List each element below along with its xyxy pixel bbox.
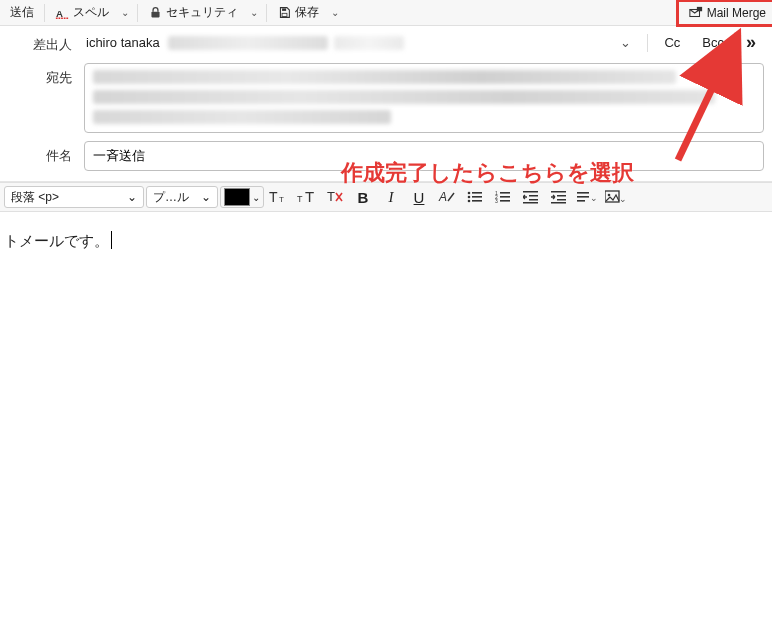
remove-format-button[interactable]: A [434, 186, 460, 208]
svg-rect-26 [500, 200, 510, 202]
svg-rect-37 [577, 200, 585, 202]
svg-rect-31 [551, 191, 566, 193]
svg-rect-16 [472, 192, 482, 194]
svg-point-40 [608, 194, 611, 197]
from-value[interactable]: ichiro tanaka [84, 31, 162, 54]
svg-rect-29 [529, 199, 538, 201]
security-button[interactable]: セキュリティ [142, 2, 244, 23]
svg-text:A: A [438, 190, 447, 204]
security-label: セキュリティ [166, 4, 238, 21]
mailmerge-label: Mail Merge [707, 6, 766, 20]
mail-body-editor[interactable]: トメールです。 [0, 212, 772, 614]
to-label: 宛先 [0, 63, 84, 87]
lock-icon [148, 6, 162, 20]
subject-row: 件名 [0, 137, 772, 175]
paragraph-style-value: 段落 <p> [11, 189, 59, 206]
from-email-redacted [168, 36, 328, 50]
font-family-dropdown[interactable]: プ…ル ⌄ [146, 186, 218, 208]
bcc-button[interactable]: Bcc [694, 33, 732, 52]
svg-text:T: T [327, 189, 335, 204]
svg-rect-24 [500, 196, 510, 198]
mailmerge-button[interactable]: Mail Merge [683, 4, 772, 22]
font-size-increase-button[interactable]: TT [294, 186, 320, 208]
send-label: 送信 [10, 4, 34, 21]
from-row: 差出人 ichiro tanaka ⌄ Cc Bcc » [0, 26, 772, 59]
save-icon [277, 6, 291, 20]
svg-rect-34 [551, 202, 566, 204]
from-dropdown[interactable]: ⌄ [612, 31, 639, 54]
chevron-down-icon: ⌄ [201, 190, 211, 204]
chevron-down-icon: ⌄ [127, 190, 137, 204]
separator [647, 34, 648, 52]
clear-format-button[interactable]: T [322, 186, 348, 208]
bullet-list-button[interactable] [462, 186, 488, 208]
text-color-picker[interactable]: ⌄ [220, 186, 264, 208]
subject-label: 件名 [0, 141, 84, 165]
to-field[interactable] [84, 63, 764, 133]
format-toolbar: 段落 <p> ⌄ プ…ル ⌄ ⌄ TT TT T B I U A 123 [0, 182, 772, 212]
save-button[interactable]: 保存 [271, 2, 325, 23]
save-dropdown[interactable]: ⌄ [327, 7, 343, 18]
main-toolbar: 送信 A スペル ⌄ セキュリティ ⌄ 保存 ⌄ [0, 0, 772, 26]
svg-rect-33 [557, 199, 566, 201]
numbered-list-button[interactable]: 123 [490, 186, 516, 208]
insert-image-button[interactable]: ⌄ [602, 186, 628, 208]
bold-button[interactable]: B [350, 186, 376, 208]
security-dropdown[interactable]: ⌄ [246, 7, 262, 18]
separator [266, 4, 267, 22]
svg-rect-5 [697, 7, 702, 11]
svg-rect-3 [282, 13, 287, 16]
chevron-down-icon: ⌄ [620, 35, 631, 50]
svg-rect-18 [472, 196, 482, 198]
separator [137, 4, 138, 22]
outdent-button[interactable] [518, 186, 544, 208]
svg-rect-27 [523, 191, 538, 193]
mail-headers: 差出人 ichiro tanaka ⌄ Cc Bcc » 宛先 [0, 26, 772, 182]
body-text: トメールです。 [4, 232, 112, 249]
svg-point-19 [468, 200, 471, 203]
underline-button[interactable]: U [406, 186, 432, 208]
cc-button[interactable]: Cc [656, 33, 688, 52]
svg-text:T: T [279, 195, 284, 204]
indent-button[interactable] [546, 186, 572, 208]
svg-rect-20 [472, 200, 482, 202]
svg-rect-2 [282, 8, 286, 10]
spell-icon: A [55, 6, 69, 20]
svg-rect-36 [577, 196, 589, 198]
svg-text:T: T [297, 194, 303, 204]
italic-button[interactable]: I [378, 186, 404, 208]
svg-text:3: 3 [495, 198, 498, 204]
svg-text:⌄: ⌄ [619, 194, 625, 204]
spell-button[interactable]: A スペル [49, 2, 115, 23]
subject-input[interactable] [84, 141, 764, 171]
mailmerge-icon [689, 6, 703, 20]
svg-text:T: T [305, 189, 314, 205]
to-row: 宛先 [0, 59, 772, 137]
save-label: 保存 [295, 4, 319, 21]
send-button[interactable]: 送信 [4, 2, 40, 23]
svg-rect-22 [500, 192, 510, 194]
color-swatch-icon [224, 188, 250, 206]
svg-rect-1 [151, 12, 159, 18]
svg-text:T: T [269, 189, 278, 205]
from-label: 差出人 [0, 30, 84, 54]
svg-point-15 [468, 192, 471, 195]
align-dropdown[interactable]: ⌄ [574, 186, 600, 208]
svg-rect-30 [523, 202, 538, 204]
font-family-value: プ…ル [153, 189, 189, 206]
spell-label: スペル [73, 4, 109, 21]
separator [44, 4, 45, 22]
mailmerge-highlight: Mail Merge [676, 0, 772, 27]
font-size-decrease-button[interactable]: TT [266, 186, 292, 208]
spell-dropdown[interactable]: ⌄ [117, 7, 133, 18]
recipient-redacted [93, 90, 715, 104]
recipient-redacted [93, 70, 676, 84]
paragraph-style-dropdown[interactable]: 段落 <p> ⌄ [4, 186, 144, 208]
from-extra-redacted [334, 36, 404, 50]
svg-point-17 [468, 196, 471, 199]
svg-rect-35 [577, 192, 589, 194]
recipient-redacted [93, 110, 391, 124]
svg-text:⌄: ⌄ [590, 193, 597, 203]
svg-text:A: A [56, 7, 63, 18]
header-overflow-button[interactable]: » [738, 30, 764, 55]
